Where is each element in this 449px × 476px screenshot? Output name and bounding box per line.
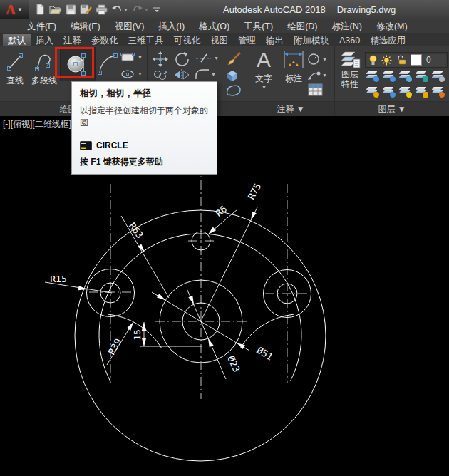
fillet-tool-button[interactable]: ▼ bbox=[195, 68, 216, 81]
qat-customize-button[interactable] bbox=[153, 5, 161, 14]
tab-manage[interactable]: 管理 bbox=[233, 34, 261, 46]
dimension-tool-button[interactable]: 标注 bbox=[280, 49, 307, 85]
layer-tools-row-2 bbox=[365, 86, 445, 97]
tab-featured-apps[interactable]: 精选应用 bbox=[365, 34, 411, 46]
drawing-canvas[interactable]: [-][俯视][二维线框] bbox=[0, 116, 449, 476]
table-button[interactable] bbox=[308, 83, 323, 96]
customize-menu-icon bbox=[153, 5, 161, 14]
tab-parametric[interactable]: 参数化 bbox=[86, 34, 123, 46]
layer-freeze-icon[interactable] bbox=[398, 71, 412, 81]
tab-output[interactable]: 输出 bbox=[261, 34, 289, 46]
trim-dropdown-icon[interactable]: ▼ bbox=[214, 56, 219, 61]
tab-default[interactable]: 默认 bbox=[3, 34, 31, 46]
layer-off-icon[interactable] bbox=[365, 86, 379, 97]
center-mark-dropdown-icon[interactable]: ▼ bbox=[322, 57, 327, 62]
rectangle-dropdown-icon[interactable]: ▼ bbox=[138, 55, 143, 60]
center-mark-button[interactable]: ▼ bbox=[307, 52, 327, 66]
leader-button[interactable]: ▼ bbox=[307, 69, 327, 81]
3d-box-button[interactable] bbox=[224, 68, 240, 82]
layer-current-icon[interactable] bbox=[381, 86, 396, 97]
line-tool-label: 直线 bbox=[6, 75, 24, 87]
layer-state-control[interactable]: 0 bbox=[365, 52, 448, 68]
redo-dropdown-icon[interactable]: ▼ bbox=[144, 7, 149, 12]
polyline-icon bbox=[33, 51, 56, 73]
rectangle-tool-button[interactable]: ▼ bbox=[120, 52, 143, 63]
tab-visualize[interactable]: 可视化 bbox=[169, 34, 206, 46]
polyline-edit-button[interactable] bbox=[224, 83, 242, 98]
cube-icon bbox=[224, 68, 240, 82]
menu-draw[interactable]: 绘图(D) bbox=[280, 19, 324, 34]
line-tool-button[interactable]: 直线 bbox=[2, 51, 28, 87]
plot-button[interactable] bbox=[96, 4, 108, 15]
layer-unlock-all-icon[interactable] bbox=[414, 86, 428, 97]
dimension-tool-label: 标注 bbox=[285, 73, 302, 85]
menu-format[interactable]: 格式(O) bbox=[192, 19, 237, 34]
tab-add-ins[interactable]: 附加模块 bbox=[289, 34, 334, 46]
leader-dropdown-icon[interactable]: ▼ bbox=[322, 73, 327, 78]
redo-arrow-icon bbox=[132, 4, 143, 14]
ellipse-dropdown-icon[interactable]: ▼ bbox=[138, 71, 143, 76]
layer-thaw-sun-icon[interactable] bbox=[381, 55, 392, 66]
viewport-controls-label[interactable]: [-][俯视][二维线框] bbox=[3, 118, 71, 130]
menu-modify[interactable]: 修改(M) bbox=[369, 19, 415, 34]
tooltip-title: 相切，相切，半径 bbox=[80, 88, 209, 100]
right-tangent-arc-r39[interactable] bbox=[240, 314, 294, 348]
layers-panel-label[interactable]: 图层 ▼ bbox=[335, 101, 449, 116]
layer-make-current-icon[interactable] bbox=[381, 71, 396, 81]
save-button[interactable] bbox=[66, 4, 76, 15]
ellipse-tool-button[interactable]: ▼ bbox=[120, 68, 143, 79]
center-mark-circle-icon bbox=[307, 52, 321, 66]
layer-match-icon[interactable] bbox=[430, 71, 445, 81]
ellipse-icon bbox=[120, 68, 137, 79]
save-as-button[interactable] bbox=[80, 4, 92, 15]
undo-dropdown-icon[interactable]: ▼ bbox=[123, 7, 128, 12]
layer-delete-icon[interactable] bbox=[430, 86, 445, 97]
copy-icon bbox=[152, 68, 169, 81]
layer-thaw-all-icon[interactable] bbox=[398, 86, 412, 97]
annotation-panel: A 文字 ▼ 标注 ▼ ▼ bbox=[247, 46, 335, 116]
open-file-button[interactable] bbox=[49, 4, 62, 15]
current-layer-name[interactable]: 0 bbox=[426, 55, 431, 65]
trim-tool-button[interactable]: ▼ bbox=[195, 52, 219, 63]
text-tool-label: 文字 bbox=[255, 73, 272, 85]
mirror-tool-button[interactable] bbox=[173, 68, 190, 81]
ribbon-tab-bar: 默认 插入 注释 参数化 三维工具 可视化 视图 管理 输出 附加模块 A360… bbox=[0, 34, 449, 46]
fillet-dropdown-icon[interactable]: ▼ bbox=[211, 72, 216, 77]
app-menu-button[interactable]: A ▼ bbox=[0, 0, 29, 19]
layer-properties-button[interactable]: 图层 特性 bbox=[336, 49, 363, 89]
match-properties-button[interactable] bbox=[224, 50, 243, 68]
tab-insert[interactable]: 插入 bbox=[31, 34, 58, 46]
copy-tool-button[interactable] bbox=[152, 68, 169, 81]
text-tool-button[interactable]: A 文字 ▼ bbox=[251, 49, 277, 90]
tab-a360[interactable]: A360 bbox=[334, 34, 365, 46]
text-a-icon: A bbox=[257, 49, 271, 71]
tab-annotate[interactable]: 注释 bbox=[58, 34, 86, 46]
move-tool-button[interactable] bbox=[152, 51, 169, 68]
arc-tool-button[interactable] bbox=[96, 51, 120, 76]
app-title: Autodesk AutoCAD 2018 bbox=[223, 4, 326, 15]
menu-file[interactable]: 文件(F) bbox=[20, 19, 63, 34]
layer-lock-icon[interactable] bbox=[414, 71, 428, 81]
outer-circle-r75[interactable] bbox=[75, 210, 326, 461]
annotation-panel-label[interactable]: 注释 ▼ bbox=[247, 101, 334, 116]
rotate-icon bbox=[173, 51, 190, 68]
layer-on-bulb-icon[interactable] bbox=[369, 55, 377, 66]
tooltip-circle-tan-tan-radius: 相切，相切，半径 以指定半径创建相切于两个对象的圆 CIRCLE 按 F1 键获… bbox=[71, 81, 217, 175]
undo-button[interactable]: ▼ bbox=[111, 4, 128, 14]
menu-edit[interactable]: 编辑(E) bbox=[63, 19, 108, 34]
tab-3d-tools[interactable]: 三维工具 bbox=[123, 34, 169, 46]
rotate-tool-button[interactable] bbox=[173, 51, 190, 68]
redo-button[interactable]: ▼ bbox=[132, 4, 149, 14]
menu-insert[interactable]: 插入(I) bbox=[151, 19, 192, 34]
menu-tools[interactable]: 工具(T) bbox=[237, 19, 280, 34]
text-dropdown-icon[interactable]: ▼ bbox=[262, 85, 267, 90]
menu-view[interactable]: 视图(V) bbox=[108, 19, 152, 34]
menu-dimension[interactable]: 标注(N) bbox=[325, 19, 369, 34]
layer-unlock-icon[interactable] bbox=[396, 55, 406, 65]
layer-color-swatch[interactable] bbox=[411, 54, 422, 66]
tab-view[interactable]: 视图 bbox=[205, 34, 233, 46]
new-file-button[interactable] bbox=[35, 4, 46, 15]
layer-isolate-icon[interactable] bbox=[365, 71, 379, 81]
layer-properties-label-2: 特性 bbox=[341, 79, 358, 89]
polyline-edit-icon bbox=[224, 83, 242, 98]
